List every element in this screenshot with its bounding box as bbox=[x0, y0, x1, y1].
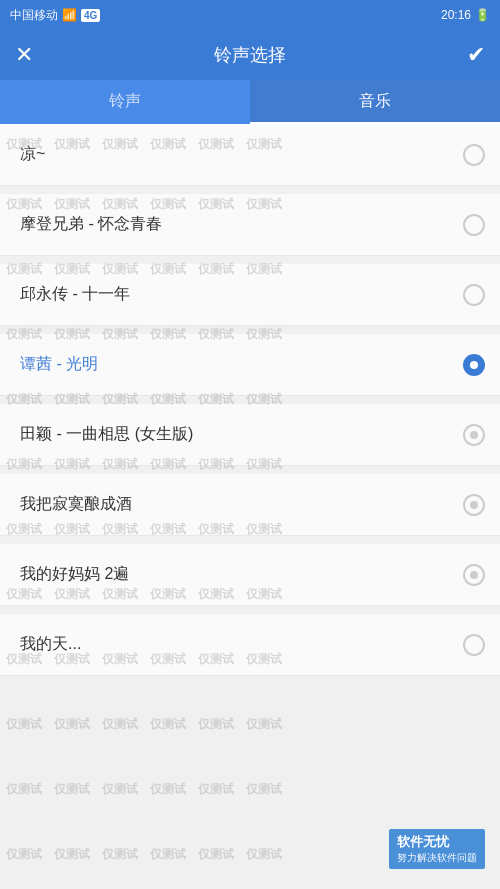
list-item[interactable]: 我把寂寞酿成酒 bbox=[0, 474, 500, 536]
tab-bar: 铃声 音乐 bbox=[0, 80, 500, 124]
list-separator-5 bbox=[0, 466, 500, 474]
data-icon: 4G bbox=[81, 9, 100, 22]
wm-row-11: 仅测试仅测试仅测试仅测试仅测试仅测试 bbox=[0, 779, 500, 800]
main-content: 仅测试仅测试仅测试仅测试仅测试仅测试 仅测试仅测试仅测试仅测试仅测试仅测试 仅测… bbox=[0, 124, 500, 889]
title-bar: ✕ 铃声选择 ✔ bbox=[0, 30, 500, 80]
close-button[interactable]: ✕ bbox=[15, 44, 33, 66]
page-title: 铃声选择 bbox=[214, 43, 286, 67]
brand-slogan: 努力解决软件问题 bbox=[397, 851, 477, 865]
radio-button-1[interactable] bbox=[463, 144, 485, 166]
list-separator-2 bbox=[0, 256, 500, 264]
song-title-8: 我的天... bbox=[20, 634, 81, 655]
status-left: 中国移动 📶 4G bbox=[10, 7, 100, 24]
time-text: 20:16 bbox=[441, 8, 471, 22]
list-item[interactable]: 凉~ bbox=[0, 124, 500, 186]
tab-ringtone-label: 铃声 bbox=[109, 91, 141, 112]
radio-button-3[interactable] bbox=[463, 284, 485, 306]
list-separator-3 bbox=[0, 326, 500, 334]
carrier-text: 中国移动 bbox=[10, 7, 58, 24]
song-list: 凉~ 摩登兄弟 - 怀念青春 邱永传 - 十一年 谭茜 - 光明 田颖 - 一曲… bbox=[0, 124, 500, 676]
radio-button-2[interactable] bbox=[463, 214, 485, 236]
song-title-7: 我的好妈妈 2遍 bbox=[20, 564, 129, 585]
list-item[interactable]: 田颖 - 一曲相思 (女生版) bbox=[0, 404, 500, 466]
radio-button-6[interactable] bbox=[463, 494, 485, 516]
radio-button-8[interactable] bbox=[463, 634, 485, 656]
list-separator-4 bbox=[0, 396, 500, 404]
song-title-5: 田颖 - 一曲相思 (女生版) bbox=[20, 424, 193, 445]
list-item[interactable]: 谭茜 - 光明 bbox=[0, 334, 500, 396]
list-item[interactable]: 摩登兄弟 - 怀念青春 bbox=[0, 194, 500, 256]
status-right: 20:16 🔋 bbox=[441, 8, 490, 22]
radio-button-4[interactable] bbox=[463, 354, 485, 376]
list-separator-1 bbox=[0, 186, 500, 194]
song-title-6: 我把寂寞酿成酒 bbox=[20, 494, 132, 515]
song-title-1: 凉~ bbox=[20, 144, 45, 165]
list-item[interactable]: 我的好妈妈 2遍 bbox=[0, 544, 500, 606]
list-separator-7 bbox=[0, 606, 500, 614]
battery-icon: 🔋 bbox=[475, 8, 490, 22]
brand-watermark: 软件无忧 努力解决软件问题 bbox=[389, 829, 485, 869]
radio-button-7[interactable] bbox=[463, 564, 485, 586]
radio-button-5[interactable] bbox=[463, 424, 485, 446]
wm-row-10: 仅测试仅测试仅测试仅测试仅测试仅测试 bbox=[0, 714, 500, 735]
signal-icon: 📶 bbox=[62, 8, 77, 22]
tab-music[interactable]: 音乐 bbox=[250, 80, 500, 124]
status-bar: 中国移动 📶 4G 20:16 🔋 bbox=[0, 0, 500, 30]
song-title-3: 邱永传 - 十一年 bbox=[20, 284, 130, 305]
list-item[interactable]: 我的天... bbox=[0, 614, 500, 676]
brand-name: 软件无忧 bbox=[397, 833, 477, 851]
song-title-2: 摩登兄弟 - 怀念青春 bbox=[20, 214, 162, 235]
song-title-4: 谭茜 - 光明 bbox=[20, 354, 98, 375]
confirm-button[interactable]: ✔ bbox=[467, 42, 485, 68]
list-item[interactable]: 邱永传 - 十一年 bbox=[0, 264, 500, 326]
tab-music-label: 音乐 bbox=[359, 91, 391, 112]
list-separator-6 bbox=[0, 536, 500, 544]
tab-ringtone[interactable]: 铃声 bbox=[0, 80, 250, 124]
